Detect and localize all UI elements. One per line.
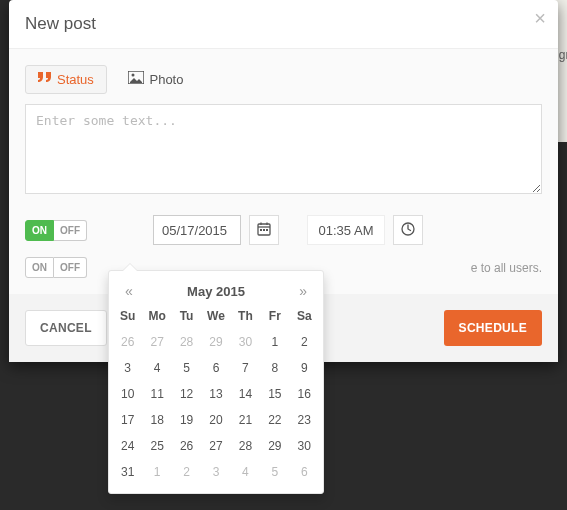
day-cell[interactable]: 10 [113,381,142,407]
day-cell[interactable]: 3 [113,355,142,381]
dow-cell: Sa [290,303,319,329]
day-cell[interactable]: 2 [172,459,201,485]
post-type-tabs: Status Photo [25,65,542,94]
popover-caret [123,264,137,271]
toggle-off-label: OFF [54,220,87,241]
quote-icon [38,72,52,87]
day-cell[interactable]: 14 [231,381,260,407]
week-row: 31123456 [113,459,319,485]
toggle2-on-label: ON [25,257,54,278]
day-cell[interactable]: 22 [260,407,289,433]
day-cell[interactable]: 17 [113,407,142,433]
day-cell[interactable]: 19 [172,407,201,433]
calendar-icon [257,222,271,239]
schedule-row: ON OFF [25,215,542,245]
day-cell[interactable]: 1 [260,329,289,355]
dow-cell: We [201,303,230,329]
day-cell[interactable]: 6 [201,355,230,381]
day-cell[interactable]: 2 [290,329,319,355]
day-cell[interactable]: 29 [260,433,289,459]
tab-photo-label: Photo [149,72,183,87]
dow-cell: Th [231,303,260,329]
day-cell[interactable]: 26 [172,433,201,459]
datepicker-header: « May 2015 » [113,277,319,303]
day-cell[interactable]: 30 [231,329,260,355]
day-cell[interactable]: 4 [142,355,171,381]
weeks-body: 2627282930123456789101112131415161718192… [113,329,319,485]
day-cell[interactable]: 1 [142,459,171,485]
day-cell[interactable]: 23 [290,407,319,433]
day-cell[interactable]: 16 [290,381,319,407]
day-cell[interactable]: 29 [201,329,230,355]
visibility-hint: e to all users. [471,261,542,275]
week-row: 3456789 [113,355,319,381]
calendar-button[interactable] [249,215,279,245]
day-cell[interactable]: 25 [142,433,171,459]
day-cell[interactable]: 4 [231,459,260,485]
modal-header: New post × [9,0,558,49]
day-cell[interactable]: 27 [142,329,171,355]
close-icon[interactable]: × [534,8,546,28]
day-cell[interactable]: 6 [290,459,319,485]
tab-photo[interactable]: Photo [116,65,195,93]
svg-rect-5 [263,229,265,231]
modal-title: New post [25,14,96,33]
day-cell[interactable]: 28 [231,433,260,459]
day-cell[interactable]: 9 [290,355,319,381]
day-cell[interactable]: 30 [290,433,319,459]
svg-point-1 [132,74,135,77]
visibility-toggle[interactable]: ON OFF [25,257,87,278]
day-cell[interactable]: 13 [201,381,230,407]
tab-status-label: Status [57,72,94,87]
clock-button[interactable] [393,215,423,245]
svg-rect-6 [266,229,268,231]
date-input[interactable] [153,215,241,245]
schedule-toggle[interactable]: ON OFF [25,220,87,241]
day-cell[interactable]: 5 [260,459,289,485]
dow-cell: Mo [142,303,171,329]
toggle-on-label: ON [25,220,54,241]
day-cell[interactable]: 21 [231,407,260,433]
datepicker-popover: « May 2015 » SuMoTuWeThFrSa 262728293012… [108,270,324,494]
day-cell[interactable]: 5 [172,355,201,381]
cancel-button[interactable]: CANCEL [25,310,107,346]
day-cell[interactable]: 7 [231,355,260,381]
dow-cell: Su [113,303,142,329]
tab-status[interactable]: Status [25,65,107,94]
dow-cell: Tu [172,303,201,329]
schedule-button[interactable]: SCHEDULE [444,310,542,346]
svg-rect-4 [260,229,262,231]
toggle2-off-label: OFF [54,257,87,278]
next-month-button[interactable]: » [293,281,313,301]
dow-row: SuMoTuWeThFrSa [113,303,319,329]
post-text-input[interactable] [25,104,542,194]
clock-icon [401,222,415,239]
week-row: 10111213141516 [113,381,319,407]
day-cell[interactable]: 28 [172,329,201,355]
prev-month-button[interactable]: « [119,281,139,301]
day-cell[interactable]: 20 [201,407,230,433]
week-row: 24252627282930 [113,433,319,459]
datepicker-title[interactable]: May 2015 [187,284,245,299]
day-cell[interactable]: 27 [201,433,230,459]
datepicker-grid: SuMoTuWeThFrSa 2627282930123456789101112… [113,303,319,485]
week-row: 17181920212223 [113,407,319,433]
day-cell[interactable]: 12 [172,381,201,407]
modal-body: Status Photo ON OFF [9,49,558,294]
day-cell[interactable]: 11 [142,381,171,407]
week-row: 262728293012 [113,329,319,355]
photo-icon [128,71,144,87]
day-cell[interactable]: 8 [260,355,289,381]
day-cell[interactable]: 18 [142,407,171,433]
day-cell[interactable]: 24 [113,433,142,459]
day-cell[interactable]: 26 [113,329,142,355]
time-input[interactable] [307,215,385,245]
dow-cell: Fr [260,303,289,329]
day-cell[interactable]: 31 [113,459,142,485]
day-cell[interactable]: 15 [260,381,289,407]
day-cell[interactable]: 3 [201,459,230,485]
